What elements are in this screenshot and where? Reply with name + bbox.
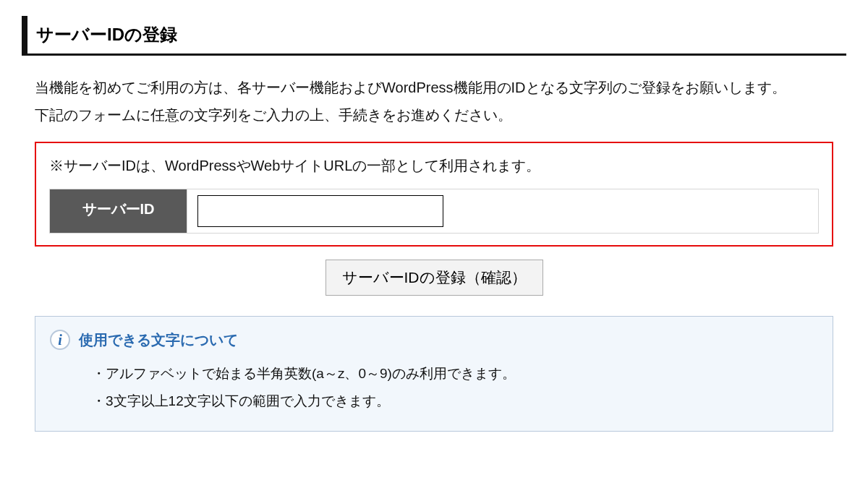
server-id-field [187, 189, 818, 233]
server-id-form-box: ※サーバーIDは、WordPressやWebサイトURLの一部として利用されます… [35, 142, 833, 247]
form-row: サーバーID [49, 189, 819, 234]
info-item: ・3文字以上12文字以下の範囲で入力できます。 [92, 388, 818, 415]
info-box: i 使用できる文字について ・アルファベットで始まる半角英数(a～z、0～9)の… [35, 316, 833, 432]
server-id-input[interactable] [197, 195, 443, 227]
intro-text: 当機能を初めてご利用の方は、各サーバー機能およびWordPress機能用のIDと… [35, 74, 833, 129]
info-list: ・アルファベットで始まる半角英数(a～z、0～9)のみ利用できます。 ・3文字以… [50, 360, 818, 415]
actions: サーバーIDの登録（確認） [35, 260, 833, 296]
info-heading: i 使用できる文字について [50, 330, 818, 350]
intro-line: 下記のフォームに任意の文字列をご入力の上、手続きをお進めください。 [35, 101, 833, 129]
info-item: ・アルファベットで始まる半角英数(a～z、0～9)のみ利用できます。 [92, 360, 818, 388]
content-area: 当機能を初めてご利用の方は、各サーバー機能およびWordPress機能用のIDと… [0, 56, 868, 461]
section-header: サーバーIDの登録 [22, 16, 846, 56]
page-title: サーバーIDの登録 [36, 23, 846, 46]
info-title: 使用できる文字について [79, 330, 238, 350]
info-icon: i [50, 330, 70, 350]
register-confirm-button[interactable]: サーバーIDの登録（確認） [326, 260, 543, 296]
server-id-label: サーバーID [50, 189, 187, 233]
intro-line: 当機能を初めてご利用の方は、各サーバー機能およびWordPress機能用のIDと… [35, 74, 833, 101]
form-note: ※サーバーIDは、WordPressやWebサイトURLの一部として利用されます… [49, 156, 819, 176]
